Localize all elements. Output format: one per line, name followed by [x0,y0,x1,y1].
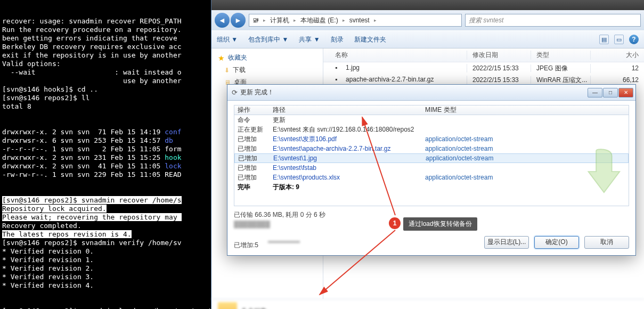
tb-newfolder[interactable]: 新建文件夹 [354,35,386,44]
help-icon[interactable]: ? [629,35,639,44]
grid-row[interactable]: 已增加E:\svntest\发票106.pdfapplication/octet… [234,134,629,144]
maximize-button[interactable]: □ [603,88,618,97]
sidebar-downloads[interactable]: ⬇下载 [211,64,323,76]
grid-row[interactable]: 已增加E:\svntest\products.xlsxapplication/o… [234,173,629,182]
status-bar: 5 个对象 [211,299,644,309]
search-input[interactable]: 搜索 svntest [465,14,641,27]
grid-header[interactable]: 操作 路径 MIME 类型 [234,105,629,115]
close-button[interactable]: ✕ [618,88,633,97]
grid-row[interactable]: 完毕于版本: 9 [234,182,629,192]
grid-row[interactable]: 已增加E:\svntest\apache-archiva-2.2.7-bin.t… [234,144,629,153]
folder-icon [218,302,237,310]
address-bar: ◄ ► 🖳▸ 计算机▸ 本地磁盘 (E:)▸ svntest▸ 搜索 svnte… [211,10,644,30]
view-icon[interactable]: ▤ [599,35,609,44]
star-icon: ★ [218,54,225,62]
annotation-badge: 1 [389,217,401,229]
update-grid: 操作 路径 MIME 类型 命令更新正在更新E:\svntest 来自 svn:… [234,105,629,206]
sidebar-favorites[interactable]: ★收藏夹 [211,52,323,64]
download-arrow-icon [581,145,622,204]
annotation-tooltip: 通过load恢复转储备份 [403,217,477,231]
grid-row[interactable]: 已增加E:\svntest\fstab [234,163,629,173]
forward-button[interactable]: ► [231,13,246,28]
show-log-button[interactable]: 显示日志(L)... [484,236,529,249]
minimize-button[interactable]: — [588,88,602,97]
tb-organize[interactable]: 组织 ▼ [217,35,238,44]
grid-row[interactable]: 命令更新 [234,115,629,125]
preview-icon[interactable]: ▭ [614,35,624,44]
explorer-toolbar: 组织 ▼ 包含到库中 ▼ 共享 ▼ 刻录 新建文件夹 ▤ ▭ ? [211,30,644,48]
cancel-button[interactable]: 取消 [584,236,629,249]
list-header[interactable]: 名称 修改日期 类型 大小 [323,48,644,62]
added-count: 已增加:5 [234,241,258,250]
grid-row[interactable]: 已增加E:\svntest\1.jpgapplication/octet-str… [234,153,629,163]
back-button[interactable]: ◄ [215,13,230,28]
grid-row[interactable]: 正在更新E:\svntest 来自 svn://192.168.0.146:18… [234,125,629,134]
breadcrumb[interactable]: 🖳▸ 计算机▸ 本地磁盘 (E:)▸ svntest▸ [249,14,462,27]
tb-include[interactable]: 包含到库中 ▼ [248,35,288,44]
tb-share[interactable]: 共享 ▼ [299,35,320,44]
list-item[interactable]: ▪1.jpg2022/2/15 15:33JPEG 图像12 [323,62,644,74]
ok-button[interactable]: 确定(O) [534,236,579,249]
update-icon: ⟳ [232,88,238,96]
dialog-title: 更新 完成！ [240,88,588,97]
download-icon: ⬇ [224,67,230,74]
dialog-titlebar[interactable]: ⟳ 更新 完成！ — □ ✕ [227,85,635,101]
explorer-titlebar[interactable] [211,0,644,10]
tb-burn[interactable]: 刻录 [331,35,344,44]
